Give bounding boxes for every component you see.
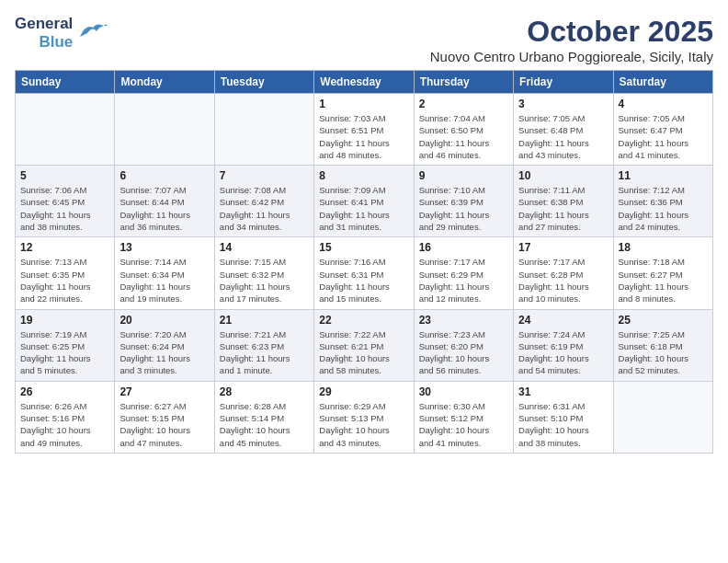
calendar-day-cell: 16Sunrise: 7:17 AM Sunset: 6:29 PM Dayli… xyxy=(414,237,513,309)
day-info: Sunrise: 7:07 AM Sunset: 6:44 PM Dayligh… xyxy=(119,184,209,233)
calendar-day-cell: 21Sunrise: 7:21 AM Sunset: 6:23 PM Dayli… xyxy=(214,309,313,381)
calendar-day-cell: 30Sunrise: 6:30 AM Sunset: 5:12 PM Dayli… xyxy=(414,381,513,453)
day-number: 11 xyxy=(619,169,708,182)
day-number: 5 xyxy=(20,169,109,182)
day-info: Sunrise: 7:08 AM Sunset: 6:42 PM Dayligh… xyxy=(220,184,309,233)
calendar-empty-cell xyxy=(115,94,214,166)
calendar-day-cell: 18Sunrise: 7:18 AM Sunset: 6:27 PM Dayli… xyxy=(613,237,712,309)
calendar-day-cell: 22Sunrise: 7:22 AM Sunset: 6:21 PM Dayli… xyxy=(314,309,414,381)
month-year-title: October 2025 xyxy=(430,15,713,49)
day-info: Sunrise: 7:13 AM Sunset: 6:35 PM Dayligh… xyxy=(20,256,109,304)
day-number: 28 xyxy=(220,385,309,398)
calendar-week-row: 1Sunrise: 7:03 AM Sunset: 6:51 PM Daylig… xyxy=(16,94,713,166)
day-number: 30 xyxy=(419,385,508,398)
day-number: 7 xyxy=(220,169,309,182)
day-number: 23 xyxy=(419,314,508,327)
day-info: Sunrise: 7:21 AM Sunset: 6:23 PM Dayligh… xyxy=(220,328,309,377)
day-number: 24 xyxy=(518,314,608,327)
calendar-week-row: 19Sunrise: 7:19 AM Sunset: 6:25 PM Dayli… xyxy=(16,309,713,381)
calendar-day-cell: 7Sunrise: 7:08 AM Sunset: 6:42 PM Daylig… xyxy=(214,166,313,237)
calendar-day-cell: 31Sunrise: 6:31 AM Sunset: 5:10 PM Dayli… xyxy=(514,381,613,453)
calendar-day-cell: 29Sunrise: 6:29 AM Sunset: 5:13 PM Dayli… xyxy=(314,381,414,453)
day-number: 15 xyxy=(319,241,408,254)
day-number: 14 xyxy=(220,241,309,254)
weekday-header-thursday: Thursday xyxy=(414,71,513,94)
calendar-empty-cell xyxy=(214,94,313,166)
day-info: Sunrise: 6:26 AM Sunset: 5:16 PM Dayligh… xyxy=(20,400,109,449)
day-number: 26 xyxy=(20,385,109,398)
day-number: 17 xyxy=(518,241,608,254)
calendar-day-cell: 17Sunrise: 7:17 AM Sunset: 6:28 PM Dayli… xyxy=(514,237,613,309)
calendar-day-cell: 13Sunrise: 7:14 AM Sunset: 6:34 PM Dayli… xyxy=(115,237,214,309)
day-info: Sunrise: 7:18 AM Sunset: 6:27 PM Dayligh… xyxy=(619,256,708,304)
calendar-day-cell: 9Sunrise: 7:10 AM Sunset: 6:39 PM Daylig… xyxy=(414,166,513,237)
calendar-day-cell: 2Sunrise: 7:04 AM Sunset: 6:50 PM Daylig… xyxy=(414,94,513,166)
day-info: Sunrise: 7:05 AM Sunset: 6:48 PM Dayligh… xyxy=(518,112,608,161)
weekday-header-monday: Monday xyxy=(115,71,214,94)
calendar-week-row: 5Sunrise: 7:06 AM Sunset: 6:45 PM Daylig… xyxy=(16,166,713,237)
calendar-day-cell: 26Sunrise: 6:26 AM Sunset: 5:16 PM Dayli… xyxy=(16,381,115,453)
day-info: Sunrise: 7:17 AM Sunset: 6:28 PM Dayligh… xyxy=(518,256,608,304)
calendar-day-cell: 19Sunrise: 7:19 AM Sunset: 6:25 PM Dayli… xyxy=(16,309,115,381)
day-number: 13 xyxy=(119,241,209,254)
day-info: Sunrise: 7:22 AM Sunset: 6:21 PM Dayligh… xyxy=(319,328,408,377)
day-info: Sunrise: 7:25 AM Sunset: 6:18 PM Dayligh… xyxy=(619,328,708,377)
day-number: 4 xyxy=(619,98,708,110)
day-info: Sunrise: 7:16 AM Sunset: 6:31 PM Dayligh… xyxy=(319,256,408,304)
day-info: Sunrise: 7:03 AM Sunset: 6:51 PM Dayligh… xyxy=(319,112,408,161)
calendar-day-cell: 25Sunrise: 7:25 AM Sunset: 6:18 PM Dayli… xyxy=(613,309,712,381)
weekday-header-sunday: Sunday xyxy=(16,71,115,94)
calendar-day-cell: 28Sunrise: 6:28 AM Sunset: 5:14 PM Dayli… xyxy=(214,381,313,453)
day-number: 21 xyxy=(220,314,309,327)
day-info: Sunrise: 7:04 AM Sunset: 6:50 PM Dayligh… xyxy=(419,112,508,161)
weekday-header-saturday: Saturday xyxy=(613,71,712,94)
page-header: General Blue October 2025 Nuovo Centro U… xyxy=(15,15,713,64)
calendar-day-cell: 6Sunrise: 7:07 AM Sunset: 6:44 PM Daylig… xyxy=(115,166,214,237)
day-info: Sunrise: 7:10 AM Sunset: 6:39 PM Dayligh… xyxy=(419,184,508,233)
day-info: Sunrise: 6:31 AM Sunset: 5:10 PM Dayligh… xyxy=(518,400,608,449)
calendar-day-cell: 20Sunrise: 7:20 AM Sunset: 6:24 PM Dayli… xyxy=(115,309,214,381)
logo: General Blue xyxy=(15,15,108,51)
day-info: Sunrise: 7:09 AM Sunset: 6:41 PM Dayligh… xyxy=(319,184,408,233)
day-number: 10 xyxy=(518,169,608,182)
calendar-table: SundayMondayTuesdayWednesdayThursdayFrid… xyxy=(15,70,713,454)
calendar-day-cell: 4Sunrise: 7:05 AM Sunset: 6:47 PM Daylig… xyxy=(613,94,712,166)
calendar-empty-cell xyxy=(16,94,115,166)
weekday-header-tuesday: Tuesday xyxy=(214,71,313,94)
calendar-week-row: 26Sunrise: 6:26 AM Sunset: 5:16 PM Dayli… xyxy=(16,381,713,453)
logo-bird-icon xyxy=(78,20,108,44)
calendar-day-cell: 24Sunrise: 7:24 AM Sunset: 6:19 PM Dayli… xyxy=(514,309,613,381)
day-info: Sunrise: 6:27 AM Sunset: 5:15 PM Dayligh… xyxy=(119,400,209,449)
title-section: October 2025 Nuovo Centro Urbano Poggior… xyxy=(430,15,713,64)
day-number: 6 xyxy=(119,169,209,182)
day-info: Sunrise: 7:06 AM Sunset: 6:45 PM Dayligh… xyxy=(20,184,109,233)
day-number: 27 xyxy=(119,385,209,398)
calendar-day-cell: 14Sunrise: 7:15 AM Sunset: 6:32 PM Dayli… xyxy=(214,237,313,309)
day-info: Sunrise: 6:29 AM Sunset: 5:13 PM Dayligh… xyxy=(319,400,408,449)
day-number: 18 xyxy=(619,241,708,254)
location-subtitle: Nuovo Centro Urbano Poggioreale, Sicily,… xyxy=(430,49,713,64)
day-number: 1 xyxy=(319,98,408,110)
day-number: 8 xyxy=(319,169,408,182)
day-info: Sunrise: 7:12 AM Sunset: 6:36 PM Dayligh… xyxy=(619,184,708,233)
day-info: Sunrise: 7:11 AM Sunset: 6:38 PM Dayligh… xyxy=(518,184,608,233)
day-number: 20 xyxy=(119,314,209,327)
calendar-day-cell: 15Sunrise: 7:16 AM Sunset: 6:31 PM Dayli… xyxy=(314,237,414,309)
day-number: 25 xyxy=(619,314,708,327)
day-info: Sunrise: 7:17 AM Sunset: 6:29 PM Dayligh… xyxy=(419,256,508,304)
weekday-header-row: SundayMondayTuesdayWednesdayThursdayFrid… xyxy=(16,71,713,94)
calendar-day-cell: 8Sunrise: 7:09 AM Sunset: 6:41 PM Daylig… xyxy=(314,166,414,237)
calendar-day-cell: 11Sunrise: 7:12 AM Sunset: 6:36 PM Dayli… xyxy=(613,166,712,237)
day-info: Sunrise: 7:15 AM Sunset: 6:32 PM Dayligh… xyxy=(220,256,309,304)
calendar-day-cell: 12Sunrise: 7:13 AM Sunset: 6:35 PM Dayli… xyxy=(16,237,115,309)
weekday-header-friday: Friday xyxy=(514,71,613,94)
logo-blue: Blue xyxy=(39,33,73,52)
day-number: 16 xyxy=(419,241,508,254)
calendar-day-cell: 27Sunrise: 6:27 AM Sunset: 5:15 PM Dayli… xyxy=(115,381,214,453)
day-info: Sunrise: 7:20 AM Sunset: 6:24 PM Dayligh… xyxy=(119,328,209,377)
day-number: 19 xyxy=(20,314,109,327)
day-info: Sunrise: 7:24 AM Sunset: 6:19 PM Dayligh… xyxy=(518,328,608,377)
day-number: 22 xyxy=(319,314,408,327)
calendar-day-cell: 1Sunrise: 7:03 AM Sunset: 6:51 PM Daylig… xyxy=(314,94,414,166)
weekday-header-wednesday: Wednesday xyxy=(314,71,414,94)
